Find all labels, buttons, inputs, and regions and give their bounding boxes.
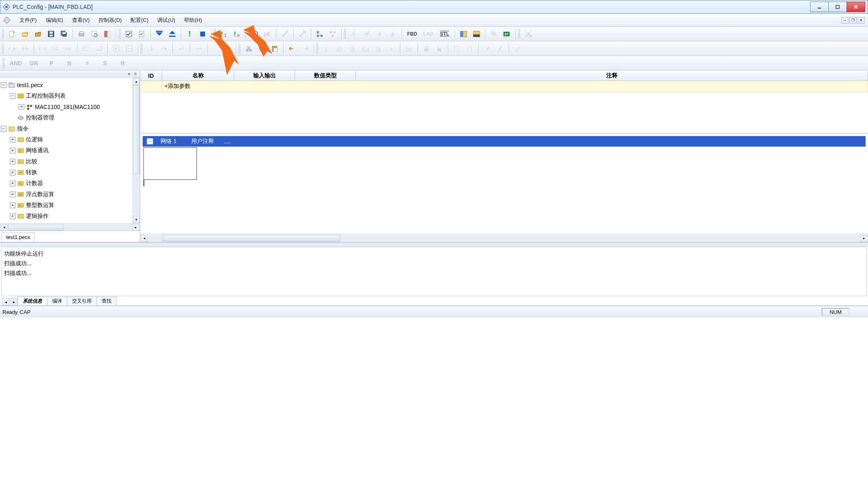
undo-button[interactable] [286, 43, 298, 54]
bolt-1-icon[interactable] [348, 28, 360, 40]
doc-1-icon[interactable] [451, 43, 462, 54]
contact-no-icon[interactable] [6, 43, 18, 54]
redo-button[interactable] [299, 43, 311, 54]
menu-edit[interactable]: 编辑(E) [42, 15, 67, 26]
not-icon[interactable] [193, 43, 204, 54]
tree-item[interactable]: 比较 [26, 158, 37, 165]
format-16-icon[interactable]: 16 [373, 43, 384, 54]
tree-toggle[interactable]: + [19, 104, 24, 110]
project-tree[interactable]: −test1.pecx −工程控制器列表 +MAC1100_181(MAC110… [0, 78, 133, 223]
box-minus-icon[interactable] [124, 43, 135, 54]
tree-toggle[interactable]: − [10, 93, 15, 99]
branch-up-icon[interactable] [93, 43, 105, 54]
col-comment[interactable]: 注释 [356, 70, 868, 81]
label-icon[interactable] [158, 43, 169, 54]
output-tab-compile[interactable]: 编译 [47, 296, 67, 305]
logic-r[interactable]: R [114, 58, 131, 68]
paste-button[interactable] [269, 43, 280, 54]
connect-button[interactable] [279, 28, 291, 40]
tree-toggle[interactable]: + [10, 137, 15, 143]
unlock-icon[interactable] [434, 43, 445, 54]
open-project-button[interactable] [32, 28, 44, 40]
logic-p[interactable]: P [43, 58, 60, 68]
upload-button[interactable] [167, 28, 178, 40]
logic-s[interactable]: S [96, 58, 113, 68]
monitor-off-button[interactable]: MC [262, 28, 273, 40]
menu-controller[interactable]: 控制器(D) [94, 15, 126, 26]
lock-icon[interactable] [421, 43, 432, 54]
menu-file[interactable]: 文件(F) [15, 15, 41, 26]
layout-1-button[interactable] [458, 28, 469, 40]
tree-hscroll[interactable]: ◂ ▸ [0, 223, 140, 230]
menu-config[interactable]: 配置(C) [126, 15, 152, 26]
tree-item[interactable]: 位逻辑 [26, 136, 43, 143]
fbd-view-button[interactable]: FBD [405, 28, 419, 40]
bolt-2-icon[interactable] [361, 28, 373, 40]
menu-help[interactable]: 帮助(H) [180, 15, 206, 26]
mdi-minimize[interactable]: ─ [841, 17, 849, 23]
add-param-row[interactable]: +添加参数 [140, 81, 868, 92]
stl-view-button[interactable]: STL [437, 28, 452, 40]
tree-toggle[interactable]: + [10, 213, 15, 219]
panel-close-icon[interactable]: ✕ [133, 72, 138, 77]
pencil-line-icon[interactable] [494, 43, 506, 54]
tree-item[interactable]: 整型数运算 [26, 202, 54, 209]
network-collapse-icon[interactable]: − [147, 138, 153, 145]
network-view-button[interactable] [314, 28, 325, 40]
close-button[interactable] [847, 2, 865, 12]
tab-nav-left[interactable]: ◂ [2, 298, 9, 305]
new-file-button[interactable] [6, 28, 18, 40]
format-10-icon[interactable]: 10 [334, 43, 345, 54]
panel-dropdown-icon[interactable]: ▾ [126, 72, 132, 77]
run-n-button[interactable]: !n [231, 28, 243, 40]
format-a-icon[interactable]: a [386, 43, 397, 54]
tree-toggle[interactable]: + [10, 170, 15, 175]
col-id[interactable]: ID [140, 70, 162, 81]
coil-reset-icon[interactable]: R [63, 43, 74, 54]
bolt-3-icon[interactable] [374, 28, 386, 40]
mdi-close[interactable]: ✕ [857, 17, 865, 23]
pencil-icon[interactable] [481, 43, 493, 54]
tree-toggle[interactable]: + [10, 192, 15, 197]
format-16u-icon[interactable]: 16 [347, 43, 358, 54]
coil-icon[interactable] [37, 43, 48, 54]
tree-toggle[interactable]: − [1, 82, 6, 88]
tree-vscroll[interactable]: ▴ ▾ [133, 78, 140, 223]
link-button[interactable] [297, 28, 308, 40]
tree-toggle[interactable]: + [10, 181, 15, 186]
tag-2-icon[interactable]: ST [501, 28, 513, 40]
jump-icon[interactable] [145, 43, 156, 54]
download-button[interactable] [154, 28, 165, 40]
logic-and[interactable]: AND [7, 58, 24, 68]
tree-item[interactable]: 浮点数运算 [26, 191, 54, 198]
mdi-restore[interactable]: ❐ [849, 17, 857, 23]
tree-toggle[interactable]: + [10, 159, 15, 164]
save-button[interactable] [45, 28, 57, 40]
logic-n[interactable]: N [61, 58, 78, 68]
open-file-button[interactable] [19, 28, 31, 40]
run-button[interactable]: ! [184, 28, 195, 40]
menu-view[interactable]: 查看(V) [68, 15, 94, 26]
stop-button[interactable] [197, 28, 208, 40]
tree-item[interactable]: 转换 [26, 169, 37, 176]
print-button[interactable] [76, 28, 87, 40]
tree-item[interactable]: 逻辑操作 [26, 213, 49, 220]
minimize-button[interactable] [810, 2, 829, 12]
tab-nav-right[interactable]: ▸ [10, 298, 17, 305]
page-setup-button[interactable] [102, 28, 113, 40]
tree-item[interactable]: 网络通讯 [26, 147, 49, 154]
maximize-button[interactable] [828, 2, 847, 12]
logic-or[interactable]: OR [25, 58, 42, 68]
menu-debug[interactable]: 调试(U) [153, 15, 179, 26]
tree-toggle[interactable]: + [10, 203, 15, 208]
print-preview-button[interactable] [89, 28, 100, 40]
save-all-button[interactable] [58, 28, 70, 40]
box-plus-icon[interactable] [111, 43, 122, 54]
document-check-icon[interactable] [136, 28, 148, 40]
contact-nc-icon[interactable] [19, 43, 31, 54]
tree-toggle[interactable]: + [10, 148, 15, 154]
cut-button[interactable] [243, 43, 254, 54]
col-type[interactable]: 数值类型 [295, 70, 356, 81]
stairs-icon[interactable] [512, 43, 523, 54]
format-2w-icon[interactable]: 2W [403, 43, 415, 54]
